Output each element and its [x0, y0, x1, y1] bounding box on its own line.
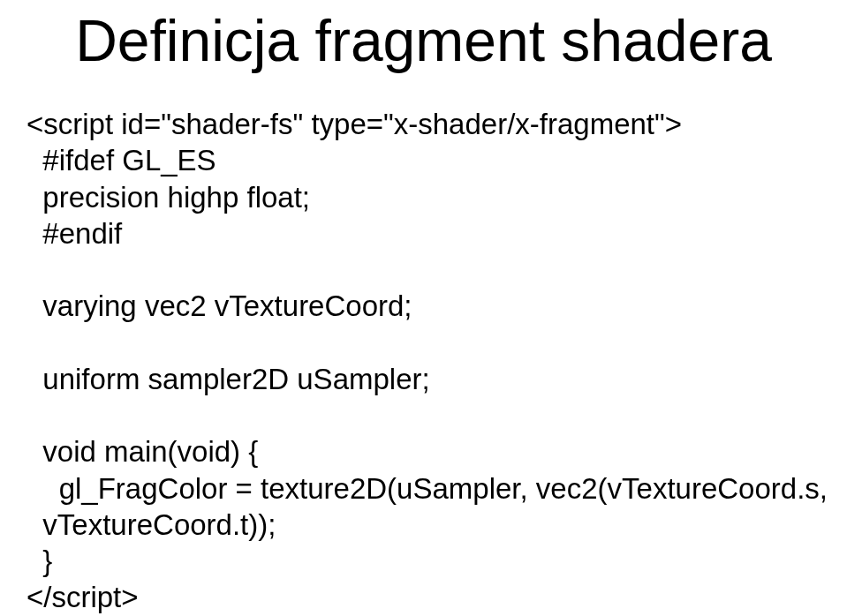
code-line: void main(void) { — [26, 435, 258, 468]
code-line: uniform sampler2D uSampler; — [26, 363, 430, 395]
slide-title: Definicja fragment shadera — [0, 7, 847, 74]
code-line: <script id="shader-fs" type="x-shader/x-… — [26, 108, 682, 140]
code-line: #endif — [26, 217, 122, 250]
code-line: } — [26, 545, 52, 577]
slide: Definicja fragment shadera <script id="s… — [0, 0, 847, 616]
code-line: #ifdef GL_ES — [26, 144, 216, 177]
code-line: precision highp float; — [26, 181, 310, 214]
code-line: varying vec2 vTextureCoord; — [26, 289, 412, 322]
code-line: gl_FragColor = texture2D(uSampler, vec2(… — [26, 472, 828, 505]
code-line: </script> — [26, 581, 139, 613]
code-block: <script id="shader-fs" type="x-shader/x-… — [26, 106, 821, 616]
code-line: vTextureCoord.t)); — [26, 508, 276, 541]
